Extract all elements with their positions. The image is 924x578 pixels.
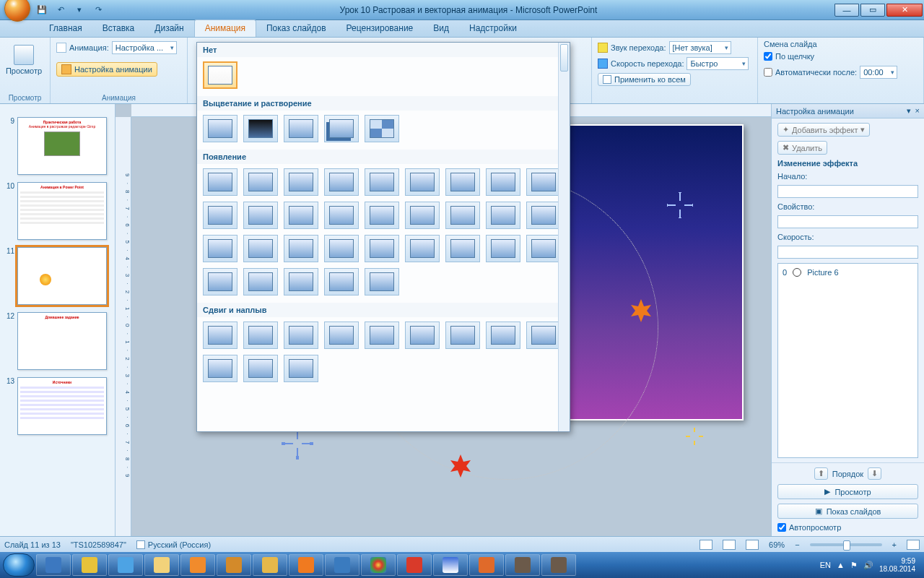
- tab-home[interactable]: Главная: [39, 20, 92, 37]
- auto-after-time[interactable]: 00:00: [860, 66, 897, 79]
- taskbar-item[interactable]: [325, 554, 359, 576]
- transition-item[interactable]: [365, 268, 399, 296]
- tab-design[interactable]: Дизайн: [144, 20, 193, 37]
- tab-review[interactable]: Рецензирование: [336, 20, 424, 37]
- tab-addins[interactable]: Надстройки: [459, 20, 527, 37]
- tray-flag-icon[interactable]: ▲: [837, 561, 845, 569]
- autopreview-checkbox[interactable]: [777, 523, 786, 532]
- transition-item[interactable]: [486, 168, 520, 196]
- undo-icon[interactable]: ↶: [55, 4, 66, 16]
- transition-item[interactable]: [243, 235, 278, 262]
- transition-item[interactable]: [445, 168, 480, 196]
- apply-to-all-button[interactable]: Применить ко всем: [598, 73, 691, 86]
- taskbar-item[interactable]: [361, 554, 396, 576]
- view-normal-button[interactable]: [699, 540, 712, 550]
- thumbnail-pane[interactable]: 9 Практическая работа Анимация в растров…: [0, 104, 116, 536]
- task-pane-dropdown-icon[interactable]: ▾: [907, 106, 911, 116]
- transition-item[interactable]: [324, 268, 359, 296]
- qat-dropdown-icon[interactable]: ▾: [74, 4, 85, 16]
- status-language[interactable]: Русский (Россия): [148, 540, 211, 549]
- zoom-out-button[interactable]: −: [795, 540, 799, 549]
- thumbnail-12[interactable]: 12 Домашнее задание: [4, 312, 110, 370]
- remove-effect-button[interactable]: ✖ Удалить: [777, 141, 827, 155]
- tab-slideshow[interactable]: Показ слайдов: [256, 20, 336, 37]
- sun-shape-orange[interactable]: [629, 299, 653, 322]
- thumbnail-13[interactable]: 13 Источники: [4, 377, 110, 435]
- transition-item[interactable]: [243, 168, 278, 196]
- transition-item[interactable]: [445, 235, 480, 262]
- animation-dropdown[interactable]: Настройка ...: [112, 41, 177, 54]
- transition-item[interactable]: [284, 355, 318, 382]
- zoom-slider[interactable]: [810, 543, 882, 546]
- taskbar-item[interactable]: [36, 554, 71, 576]
- star-shape[interactable]: [282, 428, 313, 460]
- transition-item[interactable]: [405, 235, 440, 262]
- tray-clock[interactable]: 9:59 18.08.2014: [879, 557, 915, 573]
- property-dropdown[interactable]: [777, 215, 918, 228]
- zoom-level[interactable]: 69%: [769, 540, 785, 549]
- transition-gallery-dropdown[interactable]: Нет Выцветание и растворение Появление: [196, 42, 570, 432]
- close-button[interactable]: ✕: [886, 4, 923, 17]
- gallery-scrollbar[interactable]: [558, 43, 570, 431]
- transition-item[interactable]: [243, 202, 278, 229]
- taskbar-item[interactable]: [505, 554, 540, 576]
- transition-item[interactable]: [203, 235, 237, 262]
- transition-item[interactable]: [365, 168, 399, 196]
- transition-item[interactable]: [526, 202, 561, 229]
- start-dropdown[interactable]: [777, 185, 918, 198]
- transition-item[interactable]: [365, 322, 399, 349]
- fit-to-window-button[interactable]: [907, 540, 920, 550]
- transition-item[interactable]: [324, 235, 359, 262]
- effect-list[interactable]: 0 Picture 6: [777, 263, 918, 458]
- auto-after-checkbox[interactable]: [764, 68, 772, 77]
- taskbar-item[interactable]: [541, 554, 576, 576]
- transition-item[interactable]: [486, 202, 520, 229]
- transition-item[interactable]: [405, 202, 440, 229]
- transition-item[interactable]: [324, 115, 359, 142]
- thumbnail-10[interactable]: 10 Анимация в Power Point: [4, 182, 110, 240]
- taskbar-item[interactable]: [217, 554, 251, 576]
- spellcheck-icon[interactable]: [136, 540, 145, 549]
- transition-item[interactable]: [203, 268, 237, 296]
- transition-item[interactable]: [284, 168, 318, 196]
- save-icon[interactable]: 💾: [36, 4, 48, 16]
- transition-item[interactable]: [486, 322, 520, 349]
- star-shape[interactable]: [667, 192, 693, 218]
- transition-item[interactable]: [405, 168, 440, 196]
- transition-item[interactable]: [365, 235, 399, 262]
- taskbar-item[interactable]: [289, 554, 323, 576]
- reorder-down-button[interactable]: ⬇: [868, 467, 881, 480]
- star-shape[interactable]: [686, 428, 703, 445]
- taskbar-item[interactable]: [144, 554, 179, 576]
- transition-item[interactable]: [445, 322, 480, 349]
- transition-item[interactable]: [365, 202, 399, 229]
- transition-none[interactable]: [203, 61, 237, 89]
- task-pane-close-icon[interactable]: ×: [915, 106, 920, 116]
- redo-icon[interactable]: ↷: [92, 4, 104, 16]
- transition-item[interactable]: [284, 202, 318, 229]
- reorder-up-button[interactable]: ⬆: [814, 467, 828, 480]
- preview-pane-button[interactable]: ▶ Просмотр: [777, 484, 918, 499]
- tray-network-icon[interactable]: ⚑: [850, 561, 858, 570]
- transition-item[interactable]: [203, 168, 237, 196]
- tab-insert[interactable]: Вставка: [92, 20, 145, 37]
- slideshow-pane-button[interactable]: ▣ Показ слайдов: [777, 504, 918, 519]
- taskbar-item[interactable]: [397, 554, 432, 576]
- tab-view[interactable]: Вид: [423, 20, 459, 37]
- transition-item[interactable]: [526, 235, 561, 262]
- start-button[interactable]: [3, 553, 35, 577]
- transition-sound-dropdown[interactable]: [Нет звука]: [669, 41, 731, 54]
- speed-dropdown[interactable]: [777, 246, 918, 259]
- transition-item[interactable]: [243, 322, 278, 349]
- thumbnail-9[interactable]: 9 Практическая работа Анимация в растров…: [4, 117, 110, 175]
- thumbnail-11[interactable]: 11 Задание 2. Вращение земли (векторный …: [4, 247, 110, 305]
- transition-item[interactable]: [526, 322, 561, 349]
- transition-item[interactable]: [203, 115, 237, 142]
- transition-item[interactable]: [365, 115, 399, 142]
- transition-item[interactable]: [324, 322, 359, 349]
- animation-settings-button[interactable]: Настройка анимации: [56, 62, 157, 77]
- add-effect-button[interactable]: ✦ Добавить эффект ▾: [777, 123, 870, 137]
- transition-item[interactable]: [324, 202, 359, 229]
- transition-item[interactable]: [203, 355, 237, 382]
- taskbar-item[interactable]: [433, 554, 468, 576]
